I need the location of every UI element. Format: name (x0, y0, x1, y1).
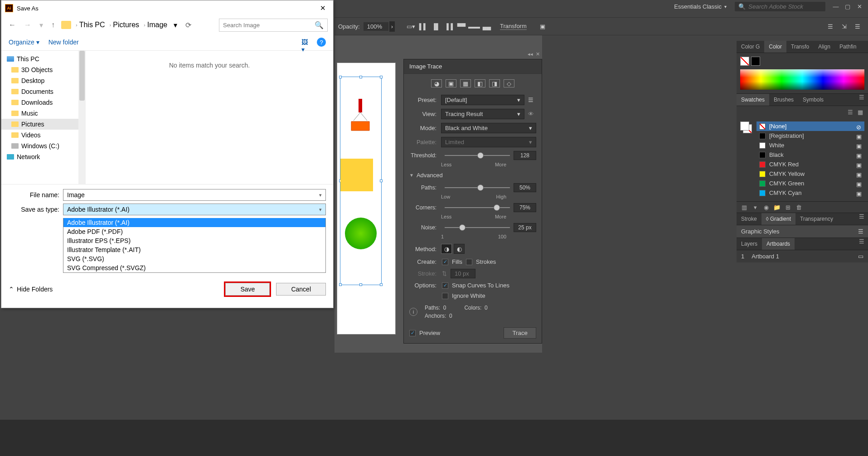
handle-tm[interactable] (359, 76, 362, 78)
corners-slider[interactable] (445, 207, 510, 208)
artboard-name[interactable]: Artboard 1 (752, 253, 779, 260)
panel-menu-icon[interactable]: ☰ (859, 238, 868, 250)
tree-item-videos[interactable]: Videos (1, 130, 78, 141)
tab-swatches[interactable]: Swatches (737, 94, 769, 106)
cancel-button[interactable]: Cancel (276, 283, 326, 296)
align-middle-icon[interactable]: ▬▬ (469, 21, 479, 31)
graphic-styles-tab[interactable]: Graphic Styles (741, 228, 780, 235)
path-dropdown[interactable]: ▾ (172, 20, 179, 30)
crumb-thispc[interactable]: This PC (79, 21, 105, 29)
tree-item-this-pc[interactable]: This PC (1, 53, 78, 64)
preset-gray-icon[interactable]: ◧ (475, 79, 485, 87)
new-folder-button[interactable]: New folder (48, 39, 79, 46)
tree-item-windows-c-[interactable]: Windows (C:) (1, 141, 78, 151)
refresh-button[interactable]: ⟳ (184, 20, 193, 30)
close-app-button[interactable]: ✕ (856, 3, 863, 10)
tab-transform[interactable]: Transfo (786, 41, 814, 53)
mode-select[interactable]: Black and White▾ (441, 123, 536, 133)
new-swatch-icon[interactable]: ⊞ (784, 204, 792, 211)
opacity-stepper[interactable]: › (389, 21, 395, 32)
tree-item-network[interactable]: Network (1, 151, 78, 162)
tab-artboards[interactable]: Artboards (762, 238, 795, 250)
swatch-item[interactable]: CMYK Red▣ (756, 160, 864, 169)
crumb-image[interactable]: Image (147, 21, 167, 29)
align-right-icon[interactable]: ▐▐ (444, 21, 454, 31)
view-select[interactable]: Tracing Result▾ (441, 109, 524, 119)
tree-item-pictures[interactable]: Pictures (1, 119, 78, 130)
panel-menu-icon[interactable]: ☰ (858, 228, 863, 235)
eye-icon[interactable]: 👁 (528, 111, 536, 117)
folder-tree[interactable]: This PC3D ObjectsDesktopDocumentsDownloa… (1, 51, 78, 184)
tab-color-guide[interactable]: Color G (737, 41, 764, 53)
type-option[interactable]: SVG Compressed (*.SVGZ) (63, 263, 325, 272)
tab-brushes[interactable]: Brushes (769, 94, 798, 106)
transform-link[interactable]: Transform (500, 23, 527, 30)
tab-symbols[interactable]: Symbols (798, 94, 828, 106)
handle-br[interactable] (380, 283, 383, 286)
tree-item-downloads[interactable]: Downloads (1, 97, 78, 108)
panel-menu-icon[interactable]: ☰ (859, 213, 868, 225)
search-input[interactable] (223, 22, 315, 29)
preset-select[interactable]: [Default]▾ (441, 95, 524, 105)
hide-folders-button[interactable]: ⌃Hide Folders (9, 286, 53, 293)
preset-highcolor-icon[interactable]: ▣ (446, 79, 456, 87)
paths-slider[interactable] (445, 187, 510, 188)
fill-stroke-proxy[interactable] (740, 121, 753, 134)
tree-scrollbar[interactable] (78, 51, 86, 184)
advanced-toggle[interactable]: ▼Advanced (404, 169, 542, 181)
help-icon[interactable]: ? (317, 38, 326, 47)
tab-pathfinder[interactable]: Pathfin (835, 41, 861, 53)
handle-mr[interactable] (380, 179, 383, 182)
arrange-icon[interactable]: ☰ (825, 21, 835, 31)
artboard-options-icon[interactable]: ▭ (858, 253, 863, 260)
preset-lowcolor-icon[interactable]: ▦ (460, 79, 471, 87)
savetype-select[interactable]: Adobe Illustrator (*.AI)▾ (63, 204, 326, 215)
tab-color[interactable]: Color (764, 41, 786, 53)
ignore-white-checkbox[interactable] (442, 293, 448, 299)
stroke-swatch-icon[interactable] (751, 57, 760, 66)
new-group-icon[interactable]: 📁 (773, 204, 781, 211)
type-option[interactable]: Adobe PDF (*.PDF) (63, 227, 325, 236)
align-center-icon[interactable]: ▐▌ (431, 21, 441, 31)
method-overlap[interactable]: ◐ (454, 244, 465, 254)
swatch-list-icon[interactable]: ☰ (846, 108, 854, 116)
preset-outline-icon[interactable]: ◇ (504, 79, 514, 87)
up-button[interactable]: ↑ (49, 20, 57, 30)
panel-menu-icon[interactable]: ☰ (859, 94, 868, 106)
swatch-options-icon[interactable]: ◉ (762, 204, 770, 211)
swatch-kind-icon[interactable]: ▾ (751, 204, 759, 211)
handle-tr[interactable] (380, 76, 383, 78)
minimize-button[interactable]: — (833, 3, 839, 10)
maximize-button[interactable]: ▢ (844, 3, 851, 10)
organize-button[interactable]: Organize ▾ (9, 39, 39, 46)
swatch-item[interactable]: CMYK Yellow▣ (756, 169, 864, 179)
swatch-item[interactable]: CMYK Green▣ (756, 179, 864, 188)
tab-gradient[interactable]: ◊ Gradient (761, 213, 795, 225)
align-bottom-icon[interactable]: ▄▄ (482, 21, 492, 31)
collapse-icon[interactable]: ◂◂ (528, 51, 533, 57)
handle-bm[interactable] (359, 283, 362, 286)
view-mode-icon[interactable]: 🖼 ▾ (301, 39, 311, 46)
type-option[interactable]: Illustrator Template (*.AIT) (63, 245, 325, 254)
type-option[interactable]: SVG (*.SVG) (63, 254, 325, 263)
close-dialog-button[interactable]: ✕ (316, 2, 330, 14)
tab-transparency[interactable]: Transparency (795, 213, 838, 225)
selection-box[interactable] (340, 77, 382, 285)
snap-checkbox[interactable] (442, 282, 448, 289)
tab-align[interactable]: Align (814, 41, 835, 53)
tree-item-music[interactable]: Music (1, 108, 78, 119)
swatch-library-icon[interactable]: ▥ (740, 204, 748, 211)
tree-item-documents[interactable]: Documents (1, 86, 78, 97)
tab-stroke[interactable]: Stroke (737, 213, 761, 225)
tree-item-3d-objects[interactable]: 3D Objects (1, 64, 78, 75)
swatch-item[interactable]: [None]⊘ (756, 121, 864, 131)
noise-slider[interactable] (445, 227, 510, 228)
swatch-item[interactable]: White▣ (756, 141, 864, 150)
save-button[interactable]: Save (225, 283, 270, 296)
savetype-dropdown[interactable]: Adobe Illustrator (*.AI)Adobe PDF (*.PDF… (63, 218, 326, 273)
tab-layers[interactable]: Layers (737, 238, 762, 250)
isolate-icon[interactable]: ▣ (538, 21, 548, 31)
method-abutting[interactable]: ◑ (441, 244, 452, 254)
delete-swatch-icon[interactable]: 🗑 (795, 204, 803, 211)
handle-bl[interactable] (339, 283, 342, 286)
